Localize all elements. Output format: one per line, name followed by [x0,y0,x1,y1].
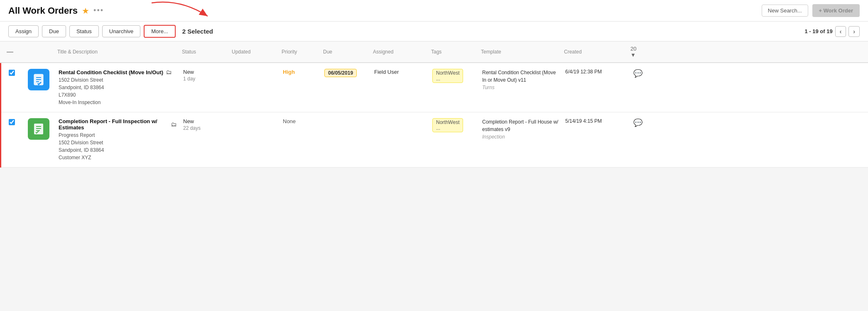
row2-template-sub: Inspection [482,133,559,141]
row1-template-name: Rental Condition Checklist (Move In or M… [482,69,559,84]
col-icon [21,44,54,60]
unarchive-button[interactable]: Unarchive [102,25,141,37]
row1-template-sub: Turns [482,84,559,91]
toolbar-container: Assign Due Status Unarchive More... 2 Se… [0,22,868,41]
select-all-icon[interactable]: — [3,46,17,57]
top-header: All Work Orders ★ ••• New Search... + Wo… [0,0,868,22]
row2-folder-icon: 🗂 [171,121,177,128]
row2-icon-cell [22,117,55,141]
col-checkbox: — [0,44,21,60]
row1-tags: NorthWest... [429,67,479,85]
col-status[interactable]: Status [179,44,228,60]
pagination: 1 - 19 of 19 ‹ › [804,26,860,37]
col-updated[interactable]: Updated [228,44,278,60]
col-template[interactable]: Template [478,44,561,60]
col-assigned[interactable]: Assigned [370,44,428,60]
row2-icon [28,118,49,140]
row1-assigned: Field User [371,67,429,77]
table-row-2-wrapper: Completion Report - Full Inspection w/ E… [0,112,868,168]
row1-due: 06/05/2019 [321,67,371,79]
col-priority[interactable]: Priority [278,44,320,60]
selected-count-label: 2 Selected [182,28,213,35]
row1-created: 6/4/19 12:38 PM [562,67,628,76]
row2-created: 5/14/19 4:15 PM [562,117,628,126]
assign-button[interactable]: Assign [8,25,39,37]
pagination-next-button[interactable]: › [848,26,860,37]
row2-template-name: Completion Report - Full House w/ estima… [482,118,559,133]
row2-chat-icon[interactable]: 💬 [632,117,644,129]
row1-checkbox-cell[interactable] [1,67,22,78]
row1-chat[interactable]: 💬 [628,67,645,80]
table-row: Rental Condition Checklist (Move In/Out)… [0,63,868,112]
row1-status-age: 1 day [183,76,226,82]
work-order-row-1: Rental Condition Checklist (Move In/Out)… [1,63,868,112]
row2-status-cell: New 22 days [180,117,230,133]
row2-status-age: 22 days [183,125,226,131]
pagination-prev-button[interactable]: ‹ [835,26,846,37]
row2-chat[interactable]: 💬 [628,117,645,129]
status-button[interactable]: Status [69,25,99,37]
row2-priority: None [280,117,321,126]
col-actions: 20 ▼ [627,44,644,60]
row2-assigned [371,117,429,120]
col-title[interactable]: Title & Description [54,44,179,60]
page-title: All Work Orders [8,5,78,16]
row1-title-cell: Rental Condition Checklist (Move In/Out)… [55,67,180,108]
work-order-row-2: Completion Report - Full Inspection w/ E… [1,112,868,168]
row2-tags: NorthWest... [429,117,479,134]
row2-due [321,117,371,120]
star-icon[interactable]: ★ [82,6,89,16]
col-due[interactable]: Due [320,44,370,60]
row2-title-cell: Completion Report - Full Inspection w/ E… [55,117,180,163]
row1-status: New [183,69,226,75]
row1-icon [28,69,49,90]
add-work-order-button[interactable]: + Work Order [812,4,860,17]
row2-title: Completion Report - Full Inspection w/ E… [59,118,177,131]
row1-chat-icon[interactable]: 💬 [632,68,644,79]
row1-description: 1502 Division StreetSandpoint, ID 83864L… [59,76,177,106]
row2-status: New [183,118,226,124]
toolbar: Assign Due Status Unarchive More... 2 Se… [0,22,868,41]
pagination-text: 1 - 19 of 19 [804,28,832,34]
col-tags[interactable]: Tags [428,44,478,60]
row1-tag-value: NorthWest... [432,69,463,83]
new-search-button[interactable]: New Search... [762,5,808,17]
table-header: — Title & Description Status Updated Pri… [0,41,868,63]
row2-template: Completion Report - Full House w/ estima… [479,117,562,142]
row1-priority-value: High [283,69,295,75]
row1-title: Rental Condition Checklist (Move In/Out)… [59,69,177,75]
row1-folder-icon: 🗂 [166,69,172,75]
due-button[interactable]: Due [42,25,66,37]
row2-priority-value: None [283,118,296,124]
work-orders-table: — Title & Description Status Updated Pri… [0,41,868,168]
row1-template: Rental Condition Checklist (Move In or M… [479,67,562,93]
more-button[interactable]: More... [144,25,175,38]
row2-checkbox[interactable] [9,119,15,125]
row2-description: Progress Report1502 Division StreetSandp… [59,131,177,161]
more-options-icon[interactable]: ••• [93,6,104,15]
row1-due-date: 06/05/2019 [324,69,357,77]
row1-status-cell: New 1 day [180,67,230,83]
row-count-dropdown[interactable]: 20 ▼ [630,46,640,58]
header-right: New Search... + Work Order [762,4,860,17]
row2-tag-value: NorthWest... [432,118,463,132]
row1-priority: High [280,67,321,77]
col-created[interactable]: Created [561,44,627,60]
row1-assigned-value: Field User [374,69,399,75]
row1-icon-cell [22,67,55,92]
row2-checkbox-cell[interactable] [1,117,22,127]
row1-updated [230,67,280,70]
row2-updated [230,117,280,120]
header-left: All Work Orders ★ ••• [8,5,104,16]
row1-checkbox[interactable] [9,70,15,76]
